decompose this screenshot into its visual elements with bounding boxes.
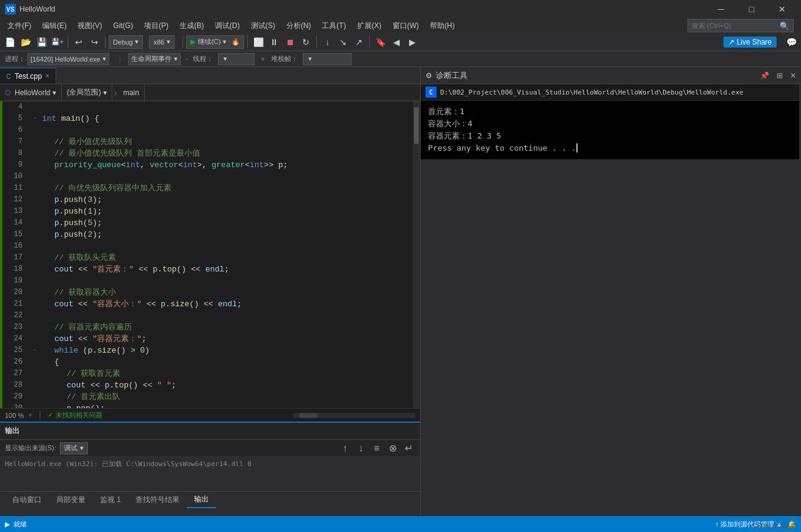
output-down-btn[interactable]: ↓ <box>354 442 368 455</box>
save-all-btn[interactable]: 💾+ <box>50 35 65 49</box>
menu-analyze[interactable]: 分析(N) <box>281 20 316 32</box>
menu-test[interactable]: 测试(S) <box>246 20 280 32</box>
minimize-button[interactable]: ─ <box>707 0 735 18</box>
process-dropdown[interactable]: [16420] HelloWorld.exe ▾ <box>27 53 109 65</box>
separator-5 <box>316 36 317 48</box>
scope-right-dropdown[interactable]: (全局范围) ▾ <box>62 84 112 101</box>
code-line-25: 25 − while (p.size() > 0) <box>2 345 413 356</box>
fold-6 <box>30 124 40 136</box>
fold-20 <box>30 287 40 298</box>
menu-window[interactable]: 窗口(W) <box>388 20 424 32</box>
h-scrollbar-thumb[interactable] <box>299 413 317 418</box>
redo-btn[interactable]: ↪ <box>87 35 102 49</box>
stop-btn[interactable]: ⏹ <box>283 35 297 49</box>
stack-dropdown[interactable]: ▾ <box>303 53 352 65</box>
maximize-button[interactable]: □ <box>738 0 766 18</box>
tab-output[interactable]: 输出 <box>187 492 216 508</box>
chevron-scope: ▾ <box>53 88 56 97</box>
tab-local-vars[interactable]: 局部变量 <box>49 492 93 508</box>
diag-settings-icon[interactable]: ⚙ <box>426 71 432 80</box>
feedback-btn[interactable]: 💬 <box>784 35 799 49</box>
line-content-24: cout << "容器元素："; <box>40 333 413 345</box>
tab-close-btn[interactable]: × <box>46 73 49 79</box>
continue-button[interactable]: ▶ 继续(C) ▾ 🔥 <box>186 35 244 49</box>
save-btn[interactable]: 💾 <box>34 35 49 49</box>
fold-5[interactable]: − <box>30 113 40 124</box>
line-content-11: // 向优先级队列容器中加入元素 <box>40 182 413 194</box>
menu-tools[interactable]: 工具(T) <box>317 20 350 32</box>
menu-git[interactable]: Git(G) <box>108 20 138 31</box>
scope-dropdown[interactable]: ⬡ HelloWorld ▾ <box>0 84 62 101</box>
chevron-scope-right: ▾ <box>103 88 107 97</box>
line-num-19: 19 <box>2 275 30 287</box>
search-input[interactable] <box>692 22 777 29</box>
menu-edit[interactable]: 编辑(E) <box>37 20 71 32</box>
line-num-12: 12 <box>2 194 30 206</box>
close-button[interactable]: ✕ <box>768 0 796 18</box>
menu-view[interactable]: 视图(V) <box>73 20 107 32</box>
console-line-4: Press any key to continue . . . <box>428 142 792 154</box>
pause-btn[interactable]: ⏸ <box>267 35 281 49</box>
fold-19 <box>30 275 40 287</box>
code-line-20: 20 // 获取容器大小 <box>2 287 413 298</box>
menu-extensions[interactable]: 扩展(X) <box>352 20 386 32</box>
vs-layout: VS HelloWorld ─ □ ✕ 文件(F) 编辑(E) 视图(V) Gi… <box>0 0 801 532</box>
tab-test-cpp[interactable]: C Test.cpp × <box>0 68 56 84</box>
output-up-btn[interactable]: ↑ <box>338 442 352 455</box>
menu-project[interactable]: 项目(P) <box>139 20 173 32</box>
fold-14 <box>30 217 40 229</box>
menu-build[interactable]: 生成(B) <box>175 20 209 32</box>
new-file-btn[interactable]: 📄 <box>2 35 17 49</box>
line-num-4: 4 <box>2 101 30 113</box>
nav-forward-btn[interactable]: ▶ <box>405 35 419 49</box>
tab-find-symbols[interactable]: 查找符号结果 <box>128 492 187 508</box>
title-bar-title: HelloWorld <box>20 5 55 13</box>
lifecycle-dropdown[interactable]: 生命周期事件 ▾ <box>128 53 181 65</box>
platform-dropdown[interactable]: x86 ▾ <box>149 35 175 49</box>
menu-debug[interactable]: 调试(D) <box>210 20 245 32</box>
bottom-output-panel: 输出 显示输出来源(S): 调试 ▾ ↑ ↓ ≡ ⊗ <box>0 422 420 516</box>
fold-10 <box>30 171 40 182</box>
console-line-2: 容器大小：4 <box>428 118 792 130</box>
nav-back-btn[interactable]: ◀ <box>389 35 404 49</box>
line-num-15: 15 <box>2 229 30 240</box>
undo-btn[interactable]: ↩ <box>71 35 86 49</box>
tab-watch-1[interactable]: 监视 1 <box>93 492 128 508</box>
code-editor[interactable]: 4 5 − int main() { <box>0 101 420 408</box>
fold-18 <box>30 264 40 275</box>
open-btn[interactable]: 📂 <box>18 35 33 49</box>
debug-config-dropdown[interactable]: Debug ▾ <box>109 35 143 49</box>
output-clear-btn[interactable]: ⊗ <box>386 442 399 455</box>
menu-help[interactable]: 帮助(H) <box>425 20 460 32</box>
h-scrollbar[interactable] <box>293 413 415 418</box>
bookmark-btn[interactable]: 🔖 <box>373 35 388 49</box>
chevron-output: ▾ <box>80 444 84 452</box>
output-source-dropdown[interactable]: 调试 ▾ <box>60 442 88 455</box>
step-over-btn[interactable]: ↓ <box>320 35 335 49</box>
restart-btn[interactable]: ↻ <box>299 35 313 49</box>
output-wrap-btn[interactable]: ↵ <box>402 442 415 455</box>
screenshot-btn[interactable]: ⬜ <box>251 35 266 49</box>
code-lines-container[interactable]: 4 5 − int main() { <box>2 101 413 408</box>
scrollbar-thumb[interactable] <box>414 107 419 144</box>
step-out-btn[interactable]: ↗ <box>352 35 366 49</box>
menu-file[interactable]: 文件(F) <box>2 20 36 32</box>
breadcrumb-main[interactable]: main <box>118 84 145 101</box>
diag-pin-icon[interactable]: 📌 <box>760 71 769 80</box>
output-list-btn[interactable]: ≡ <box>370 442 383 455</box>
live-share-button[interactable]: ↗ Live Share <box>723 37 777 48</box>
console-line-1: 首元素：1 <box>428 106 792 118</box>
code-line-7: 7 // 最小值优先级队列 <box>2 136 413 148</box>
editor-scrollbar[interactable] <box>413 101 420 408</box>
line-content-4 <box>40 101 413 113</box>
main-toolbar: 📄 📂 💾 💾+ ↩ ↪ Debug ▾ x86 ▾ ▶ 继续(C) ▾ 🔥 ⬜… <box>0 33 801 51</box>
diag-close-icon[interactable]: ✕ <box>790 71 796 80</box>
thread-dropdown[interactable]: ▾ <box>218 53 255 65</box>
chevron-process: ▾ <box>103 55 106 63</box>
scope-icon: ⬡ <box>5 88 11 96</box>
diag-dock-icon[interactable]: ⊞ <box>777 71 783 80</box>
step-in-btn[interactable]: ↘ <box>336 35 350 49</box>
tab-auto-window[interactable]: 自动窗口 <box>5 492 49 508</box>
line-content-27: // 获取首元素 <box>40 368 413 379</box>
fold-25[interactable]: − <box>30 345 40 356</box>
